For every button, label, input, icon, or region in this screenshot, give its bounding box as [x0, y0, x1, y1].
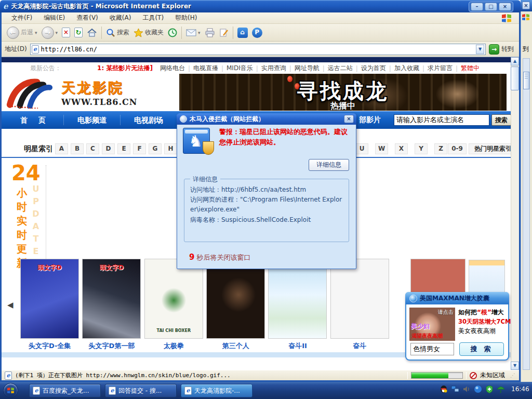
link-nav[interactable]: 网址导航 — [291, 64, 323, 73]
notice-alert[interactable]: 1: 某些影片无法播] — [97, 64, 153, 73]
letter-x[interactable]: X — [395, 143, 408, 154]
letter-h[interactable]: H — [164, 143, 177, 154]
stop-button[interactable]: × — [60, 25, 72, 41]
film-search-input[interactable] — [394, 114, 489, 126]
banner-image[interactable]: 寻找成龙 热播中 — [179, 74, 507, 111]
scrollbar-thumb[interactable] — [511, 66, 519, 90]
movie-card[interactable]: 第三个人 — [205, 259, 266, 351]
poster-image[interactable] — [330, 259, 389, 339]
hot-star-index[interactable]: 热门明星索引 — [469, 143, 517, 154]
movie-card[interactable]: 頭文字D 头文字D-全集 — [19, 259, 80, 351]
close-button[interactable]: × — [499, 3, 511, 11]
letter-w[interactable]: W — [375, 143, 388, 154]
close-icon[interactable]: × — [522, 2, 530, 9]
refresh-button[interactable]: ↻ — [72, 25, 85, 41]
movie-card[interactable]: 奋斗 — [329, 259, 390, 351]
movie-title[interactable]: 第三个人 — [222, 341, 249, 351]
ad-search-input[interactable] — [410, 343, 454, 355]
minimize-button[interactable]: – — [471, 3, 483, 11]
movie-card[interactable]: 頭文字D 头文字D第一部 — [81, 259, 142, 351]
link-bookmark[interactable]: 加入收藏 — [391, 64, 422, 73]
ad-search-button[interactable]: 搜 索 — [459, 342, 504, 356]
menu-favorites[interactable]: 收藏(A) — [104, 14, 137, 22]
letter-b[interactable]: B — [71, 143, 84, 154]
search-button[interactable]: 搜索 — [104, 25, 131, 41]
nav-tv[interactable]: 电视剧场 — [121, 115, 177, 125]
taskbar-item-baidu[interactable]: e 百度搜索_天龙... — [29, 384, 101, 397]
back-button[interactable]: ← 后退 ▾ — [5, 25, 39, 41]
menu-edit[interactable]: 编辑(E) — [38, 14, 71, 22]
history-button[interactable] — [166, 25, 179, 41]
details-button[interactable]: 详细信息 — [309, 159, 349, 171]
movie-title[interactable]: 奋斗 — [353, 341, 366, 351]
tray-clock[interactable]: 16:46 — [511, 385, 529, 393]
p-badge-button[interactable]: P — [250, 25, 264, 41]
letter-a[interactable]: A — [55, 143, 68, 154]
start-button[interactable] — [3, 383, 18, 398]
ad-image[interactable]: 请点击 美少妇 渴望夜夜高潮 — [409, 308, 455, 341]
nav-movies[interactable]: 电影频道 — [64, 115, 121, 125]
titlebar[interactable]: e 天龙高清影院-远古电影首页 - Microsoft Internet Exp… — [0, 0, 521, 12]
movie-title[interactable]: 奋斗II — [288, 341, 307, 351]
forward-button[interactable]: → ▾ — [39, 25, 60, 41]
address-dropdown[interactable]: ▼ — [476, 45, 484, 54]
dialog-close-button[interactable]: × — [344, 115, 354, 123]
nav-home[interactable]: 首 页 — [2, 115, 64, 125]
address-input[interactable] — [41, 46, 474, 53]
chevron-down-icon[interactable]: ▾ — [35, 30, 37, 35]
qq-icon[interactable] — [440, 385, 448, 393]
link-live-tv[interactable]: 电视直播 — [190, 64, 221, 73]
link-midi[interactable]: MIDI音乐 — [223, 64, 256, 73]
poster-image[interactable] — [268, 259, 327, 339]
poster-image[interactable]: 頭文字D — [20, 259, 79, 339]
letter-z[interactable]: Z — [434, 143, 447, 154]
favorites-button[interactable]: 收藏夹 — [131, 25, 166, 41]
maximize-button[interactable]: □ — [485, 3, 497, 11]
letter-u[interactable]: U — [355, 143, 368, 154]
menu-tools[interactable]: 工具(T) — [137, 14, 169, 22]
chevron-down-icon[interactable]: ▾ — [56, 30, 58, 35]
scroll-down-button[interactable]: ▼ — [511, 362, 519, 370]
link-traditional[interactable]: 繁體中 — [458, 64, 483, 73]
movie-title[interactable]: 头文字D第一部 — [89, 341, 135, 351]
movie-card[interactable]: TAI CHI BOXER 太极拳 — [143, 259, 204, 351]
background-go-label[interactable]: 到 — [523, 45, 529, 54]
menu-help[interactable]: 帮助(H) — [169, 14, 203, 22]
background-scrollbar-thumb[interactable] — [523, 72, 529, 89]
taskbar-item-tianlong[interactable]: e 天龙高清影院-... — [181, 384, 252, 397]
link-request[interactable]: 求片留言 — [424, 64, 456, 73]
chevron-down-icon[interactable]: ▾ — [198, 30, 201, 35]
home-button[interactable] — [85, 25, 99, 41]
poster-image[interactable] — [206, 259, 265, 339]
link-set-home[interactable]: 设为首页 — [358, 64, 389, 73]
movie-card[interactable]: 奋斗II — [267, 259, 328, 351]
rising-orb-icon[interactable] — [474, 385, 482, 393]
menu-file[interactable]: 文件(F) — [6, 14, 38, 22]
quick-home-button[interactable]: ⌂ — [235, 25, 250, 41]
poster-image[interactable]: 頭文字D — [82, 259, 141, 339]
film-search-button[interactable]: 搜索 — [491, 114, 511, 126]
print-button[interactable] — [203, 25, 217, 41]
letter-g[interactable]: G — [149, 143, 162, 154]
ad-popup-titlebar[interactable]: 美国MAXMAN增大胶囊 — [405, 292, 509, 304]
letter-0-9[interactable]: 0-9 — [448, 143, 467, 154]
volume-icon[interactable] — [462, 385, 471, 393]
letter-c[interactable]: C — [86, 143, 99, 154]
carousel-left-arrow[interactable]: ◀ — [7, 300, 14, 310]
letter-y[interactable]: Y — [415, 143, 428, 154]
letter-d[interactable]: D — [102, 143, 115, 154]
background-scrollbar[interactable] — [523, 58, 530, 370]
mail-button[interactable]: ▾ — [184, 25, 203, 41]
resize-grip[interactable]: ⋰ — [510, 373, 516, 378]
movie-title[interactable]: 太极拳 — [164, 341, 184, 351]
site-logo[interactable]: 天龙影院 WWW.TL86.CN — [6, 76, 178, 109]
shield-plus-icon[interactable] — [485, 385, 494, 393]
movie-title[interactable]: 头文字D-全集 — [29, 341, 71, 351]
network-icon[interactable] — [451, 385, 459, 393]
scroll-up-button[interactable]: ▲ — [511, 57, 519, 65]
link-radio[interactable]: 网络电台 — [157, 64, 188, 73]
taskbar-item-answer[interactable]: e 回答提交 - 搜... — [105, 384, 177, 397]
link-tools[interactable]: 实用查询 — [258, 64, 289, 73]
umbrella-icon[interactable] — [497, 385, 505, 393]
letter-e[interactable]: E — [117, 143, 130, 154]
